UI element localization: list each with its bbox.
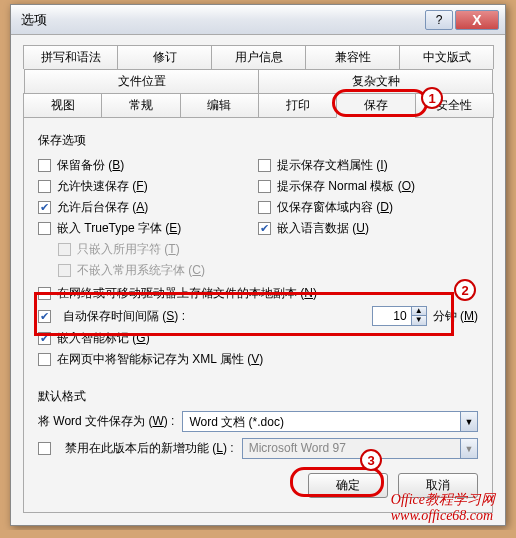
tab-strip-row3: 视图 常规 编辑 打印 保存 安全性 1 — [23, 93, 493, 118]
tab-save[interactable]: 保存 — [336, 93, 415, 118]
chevron-down-icon: ▼ — [460, 439, 477, 458]
tab-strip-row2: 文件位置 复杂文种 — [23, 69, 493, 93]
opt-fast-save[interactable]: 允许快速保存 (F) — [38, 176, 258, 197]
tab-print[interactable]: 打印 — [258, 93, 337, 118]
opt-embed-truetype[interactable]: 嵌入 TrueType 字体 (E) — [38, 218, 258, 239]
save-options-title: 保存选项 — [38, 132, 478, 149]
titlebar: 选项 ? X — [11, 5, 505, 35]
annotation-badge-3: 3 — [360, 449, 382, 471]
client-area: 拼写和语法 修订 用户信息 兼容性 中文版式 文件位置 复杂文种 视图 常规 编… — [11, 35, 505, 525]
tab-spelling[interactable]: 拼写和语法 — [23, 45, 118, 69]
checkbox-icon — [258, 180, 271, 193]
default-format-title: 默认格式 — [38, 388, 478, 405]
autosave-minutes-input[interactable] — [373, 307, 411, 325]
ok-button[interactable]: 确定 — [308, 473, 388, 498]
disable-features-row: 禁用在此版本后的新增功能 (L) : Microsoft Word 97 ▼ — [38, 438, 478, 459]
checkbox-icon — [258, 222, 271, 235]
save-panel: 保存选项 保留备份 (B) 允许快速保存 (F) 允许后台保存 (A) — [23, 118, 493, 513]
opt-embed-smarttag[interactable]: 嵌入智能标记 (G) — [38, 328, 478, 349]
cancel-button[interactable]: 取消 — [398, 473, 478, 498]
dialog-button-row: 3 确定 取消 — [38, 473, 478, 498]
checkbox-icon[interactable] — [38, 442, 51, 455]
save-as-value: Word 文档 (*.doc) — [183, 412, 460, 431]
annotation-badge-2: 2 — [454, 279, 476, 301]
opt-embed-lang[interactable]: 嵌入语言数据 (U) — [258, 218, 478, 239]
tab-userinfo[interactable]: 用户信息 — [211, 45, 306, 69]
opt-network-local-copy[interactable]: 在网络或可移动驱动器上存储文件的本地副本 (N) — [38, 283, 478, 304]
tab-complex[interactable]: 复杂文种 — [258, 69, 493, 93]
opt-prompt-properties[interactable]: 提示保存文档属性 (I) — [258, 155, 478, 176]
tab-strip-row1: 拼写和语法 修订 用户信息 兼容性 中文版式 — [23, 45, 493, 69]
checkbox-icon — [38, 159, 51, 172]
opt-keep-backup[interactable]: 保留备份 (B) — [38, 155, 258, 176]
opt-autosave-interval[interactable]: 自动保存时间间隔 (S) : ▲ ▼ 分钟 (M) — [38, 304, 478, 328]
checkbox-icon — [38, 180, 51, 193]
tab-view[interactable]: 视图 — [23, 93, 102, 118]
checkbox-icon — [38, 332, 51, 345]
save-as-row: 将 Word 文件保存为 (W) : Word 文档 (*.doc) ▼ — [38, 411, 478, 432]
tab-general[interactable]: 常规 — [101, 93, 180, 118]
close-button[interactable]: X — [455, 10, 499, 30]
opt-background-save[interactable]: 允许后台保存 (A) — [38, 197, 258, 218]
checkbox-icon — [38, 287, 51, 300]
opt-forms-only[interactable]: 仅保存窗体域内容 (D) — [258, 197, 478, 218]
checkbox-icon — [258, 159, 271, 172]
checkbox-icon — [38, 310, 51, 323]
checkbox-icon — [258, 201, 271, 214]
tab-track[interactable]: 修订 — [117, 45, 212, 69]
disable-features-label: 禁用在此版本后的新增功能 (L) : — [65, 440, 234, 457]
tab-compat[interactable]: 兼容性 — [305, 45, 400, 69]
chevron-down-icon[interactable]: ▼ — [460, 412, 477, 431]
checkbox-icon — [38, 222, 51, 235]
help-button[interactable]: ? — [425, 10, 453, 30]
opt-no-common-fonts: 不嵌入常用系统字体 (C) — [38, 260, 258, 281]
checkbox-icon — [58, 264, 71, 277]
checkbox-icon — [38, 201, 51, 214]
save-as-combo[interactable]: Word 文档 (*.doc) ▼ — [182, 411, 478, 432]
tab-edit[interactable]: 编辑 — [180, 93, 259, 118]
opt-prompt-normal[interactable]: 提示保存 Normal 模板 (O) — [258, 176, 478, 197]
spin-down-icon[interactable]: ▼ — [412, 316, 426, 325]
annotation-badge-1: 1 — [421, 87, 443, 109]
tab-asian[interactable]: 中文版式 — [399, 45, 494, 69]
checkbox-icon — [58, 243, 71, 256]
disable-features-value: Microsoft Word 97 — [243, 439, 460, 458]
save-as-label: 将 Word 文件保存为 (W) : — [38, 413, 174, 430]
options-dialog: 选项 ? X 拼写和语法 修订 用户信息 兼容性 中文版式 文件位置 复杂文种 … — [10, 4, 506, 526]
opt-smarttag-xml[interactable]: 在网页中将智能标记存为 XML 属性 (V) — [38, 349, 478, 370]
window-title: 选项 — [17, 11, 425, 29]
autosave-minutes-spinner[interactable]: ▲ ▼ — [372, 306, 427, 326]
checkbox-icon — [38, 353, 51, 366]
tab-filelocations[interactable]: 文件位置 — [24, 69, 259, 93]
opt-embed-used-only: 只嵌入所用字符 (T) — [38, 239, 258, 260]
